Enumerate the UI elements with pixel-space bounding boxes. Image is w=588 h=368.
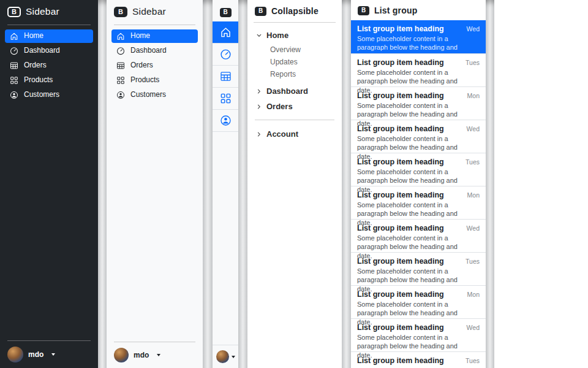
list-group-item[interactable]: List group item headingTues Some placeho… bbox=[351, 153, 486, 186]
user-dropdown[interactable]: mdo bbox=[107, 342, 203, 368]
house-icon bbox=[116, 32, 125, 40]
sidebar-item-dashboard[interactable]: Dashboard bbox=[5, 44, 93, 58]
item-day: Wed bbox=[467, 224, 480, 232]
item-day: Tues bbox=[466, 357, 480, 364]
list-group-item[interactable]: List group item headingWed Some placehol… bbox=[351, 20, 486, 53]
sidebar-icon-orders[interactable] bbox=[213, 66, 238, 88]
nav-group-account: Account bbox=[252, 126, 337, 142]
nav-group-dashboard: Dashboard bbox=[252, 83, 337, 99]
list-group-item[interactable]: List group item headingTues Some placeho… bbox=[351, 252, 486, 285]
dark-sidebar: B Sidebar Home Dashboard Orders Products bbox=[0, 0, 98, 368]
item-heading: List group item heading bbox=[357, 25, 444, 33]
bootstrap-logo-icon: B bbox=[7, 7, 21, 17]
nav-group-label: Dashboard bbox=[266, 86, 308, 96]
sidebar-item-orders[interactable]: Orders bbox=[111, 59, 198, 72]
chevron-right-icon bbox=[256, 131, 262, 137]
dark-sidebar-brand-link[interactable]: B Sidebar bbox=[0, 0, 98, 23]
caret-down-icon bbox=[51, 353, 55, 356]
item-day: Wed bbox=[467, 125, 480, 132]
list-group-item[interactable]: List group item headingTues Some placeho… bbox=[351, 53, 486, 86]
sidebar-item-products[interactable]: Products bbox=[111, 74, 198, 87]
item-heading: List group item heading bbox=[357, 58, 444, 67]
user-name: mdo bbox=[28, 350, 43, 359]
dark-sidebar-nav: Home Dashboard Orders Products Customers bbox=[0, 29, 98, 102]
grid-icon bbox=[116, 76, 125, 85]
table-icon bbox=[220, 71, 232, 82]
grid-icon bbox=[10, 76, 18, 85]
chevron-down-icon bbox=[256, 33, 262, 39]
avatar bbox=[216, 350, 229, 363]
divider-line bbox=[7, 25, 91, 25]
bootstrap-logo-icon: B bbox=[255, 7, 266, 16]
sidebar-icon-home[interactable] bbox=[213, 21, 238, 44]
sidebar-item-customers[interactable]: Customers bbox=[111, 88, 198, 102]
home-submenu: Overview Updates Reports bbox=[252, 43, 337, 83]
list-group-item[interactable]: List group item headingMon Some placehol… bbox=[351, 285, 486, 318]
item-heading: List group item heading bbox=[357, 290, 444, 299]
nav-group-label: Home bbox=[266, 31, 288, 40]
light-sidebar-title: Sidebar bbox=[132, 6, 166, 17]
icon-sidebar-brand-link[interactable]: B bbox=[220, 0, 232, 21]
toggle-dashboard-button[interactable]: Dashboard bbox=[252, 83, 312, 99]
item-heading: List group item heading bbox=[357, 158, 444, 166]
list-group-brand-link[interactable]: B List group bbox=[351, 0, 486, 20]
house-icon bbox=[10, 32, 18, 40]
list-group-item[interactable]: List group item headingWed Some placehol… bbox=[351, 120, 486, 153]
sidebar-item-orders[interactable]: Orders bbox=[5, 59, 93, 72]
bootstrap-sidebars-page: B Sidebar Home Dashboard Orders Products bbox=[0, 0, 588, 368]
sidebar-item-label: Orders bbox=[130, 61, 153, 69]
user-dropdown[interactable] bbox=[213, 345, 238, 368]
sidebar-icon-customers[interactable] bbox=[213, 110, 238, 132]
nav-group-label: Orders bbox=[266, 102, 293, 111]
sidebar-item-home[interactable]: Home bbox=[5, 29, 93, 43]
toggle-home-button[interactable]: Home bbox=[252, 28, 292, 43]
sidebar-item-customers[interactable]: Customers bbox=[5, 88, 93, 102]
list-group-title: List group bbox=[374, 6, 417, 15]
list-group-item[interactable]: List group item headingTues Some placeho… bbox=[351, 351, 486, 368]
sidebar-icon-products[interactable] bbox=[213, 88, 238, 110]
submenu-item-reports[interactable]: Reports bbox=[270, 68, 337, 80]
item-heading: List group item heading bbox=[357, 91, 444, 100]
submenu-item-updates[interactable]: Updates bbox=[270, 56, 337, 67]
item-heading: List group item heading bbox=[357, 224, 444, 232]
bootstrap-logo-icon: B bbox=[358, 6, 369, 15]
collapsible-brand-link[interactable]: B Collapsible bbox=[247, 0, 342, 22]
sidebar-icon-dashboard[interactable] bbox=[213, 44, 238, 66]
avatar bbox=[114, 348, 129, 362]
chevron-right-icon bbox=[256, 104, 262, 110]
divider-line bbox=[114, 25, 195, 25]
toggle-orders-button[interactable]: Orders bbox=[252, 99, 296, 114]
item-day: Tues bbox=[466, 158, 480, 166]
list-item: Updates bbox=[270, 56, 337, 67]
spacer bbox=[0, 102, 98, 340]
sidebar-item-products[interactable]: Products bbox=[5, 74, 93, 87]
light-sidebar-nav: Home Dashboard Orders Products Customers bbox=[107, 29, 203, 102]
sidebar-item-dashboard[interactable]: Dashboard bbox=[111, 44, 198, 58]
item-day: Wed bbox=[467, 25, 480, 33]
list-group-item[interactable]: List group item headingMon Some placehol… bbox=[351, 186, 486, 219]
chevron-right-icon bbox=[256, 88, 262, 94]
nav-group-home: Home Overview Updates Reports bbox=[252, 28, 337, 83]
item-day: Tues bbox=[466, 59, 480, 66]
submenu-item-overview[interactable]: Overview bbox=[270, 44, 337, 55]
item-heading: List group item heading bbox=[357, 356, 444, 365]
spacer bbox=[107, 102, 203, 342]
sidebar-item-home[interactable]: Home bbox=[111, 29, 198, 43]
light-sidebar-brand-link[interactable]: B Sidebar bbox=[107, 0, 203, 23]
item-day: Mon bbox=[467, 92, 480, 99]
sidebar-item-label: Products bbox=[24, 76, 53, 84]
nav-group-label: Account bbox=[266, 129, 298, 139]
table-icon bbox=[116, 61, 125, 70]
list-group-item[interactable]: List group item headingWed Some placehol… bbox=[351, 318, 486, 351]
icon-sidebar: B bbox=[213, 0, 238, 368]
caret-down-icon bbox=[157, 354, 160, 356]
item-day: Tues bbox=[466, 258, 480, 265]
speedometer-icon bbox=[116, 47, 125, 55]
caret-down-icon bbox=[232, 356, 235, 358]
toggle-account-button[interactable]: Account bbox=[252, 126, 302, 142]
list-group-item[interactable]: List group item headingWed Some placehol… bbox=[351, 219, 486, 252]
user-dropdown[interactable]: mdo bbox=[0, 341, 98, 368]
list-group-item[interactable]: List group item headingMon Some placehol… bbox=[351, 86, 486, 120]
item-day: Mon bbox=[467, 291, 480, 298]
item-day: Wed bbox=[467, 324, 480, 331]
